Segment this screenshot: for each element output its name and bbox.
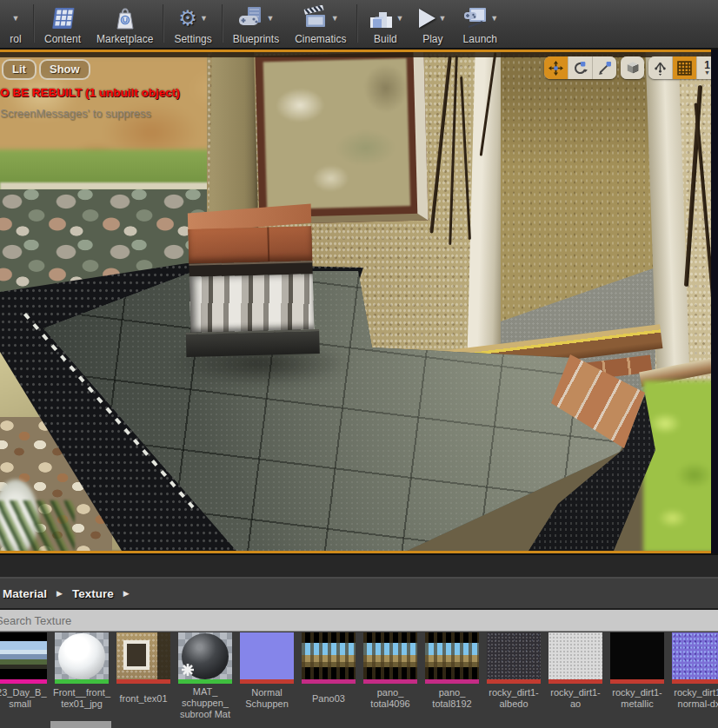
cinematics-clapperboard-icon [302, 5, 329, 31]
chevron-down-icon[interactable]: ▼ [438, 15, 446, 23]
cinematics-button[interactable]: ▼ Cinematics [287, 2, 354, 45]
asset-thumbnail [240, 632, 294, 684]
asset-type-bar [548, 679, 602, 684]
rotate-tool-icon [573, 61, 588, 76]
asset-tile-rocky-dirt1-metallic[interactable]: rocky_dirt1- metallic [608, 632, 666, 720]
move-tool-button[interactable] [544, 56, 568, 79]
asset-tile-pano-total4096[interactable]: pano_ total4096 [362, 632, 419, 720]
content-browser-icon [50, 5, 76, 31]
chevron-down-icon[interactable]: ▼ [396, 15, 404, 23]
viewport-toolbar: 1 ▼ [544, 56, 711, 79]
asset-name: pano_ total8192 [432, 686, 471, 711]
breadcrumb-item-material[interactable]: Material [3, 587, 47, 600]
horizontal-scrollbar-thumb[interactable] [50, 721, 111, 728]
gear-icon: ⚙ [178, 6, 197, 30]
play-button[interactable]: ▼ Play [411, 2, 454, 45]
launch-label: Launch [463, 33, 497, 45]
build-label: Build [374, 33, 397, 45]
asset-tile-rocky-dirt1-ao[interactable]: rocky_dirt1-ao [547, 632, 604, 720]
asset-tile-front-front-tex01[interactable]: Front__front_ tex01_jpg [53, 632, 110, 720]
toolbar-separator [33, 4, 35, 43]
asset-name: rocky_dirt1- normal-dx [674, 686, 718, 711]
search-bar [0, 610, 718, 632]
asset-type-bar [116, 679, 170, 684]
asset-tile-pano03[interactable]: Pano03 [300, 632, 357, 720]
asset-name: rocky_dirt1- albedo [489, 686, 538, 711]
scale-tool-button[interactable] [593, 56, 616, 79]
asset-thumbnail [487, 632, 541, 684]
search-input[interactable] [0, 610, 718, 631]
asset-grid: -23_Day_B_ small Front__front_ tex01_jpg… [0, 632, 718, 728]
asset-tile-rocky-dirt1-albedo[interactable]: rocky_dirt1- albedo [485, 632, 542, 720]
chevron-down-icon[interactable]: ▼ [331, 15, 339, 23]
asset-type-bar [672, 679, 718, 684]
scene-pedestal-base [186, 329, 320, 357]
material-sphere-preview [58, 633, 105, 679]
asset-thumbnail [425, 632, 479, 684]
source-control-label: rol [10, 33, 21, 45]
launch-button[interactable]: ▼ Launch [454, 2, 506, 45]
asset-tile-normal-schuppen[interactable]: Normal Schuppen [238, 632, 296, 720]
scene-window-glass [263, 58, 410, 209]
world-cube-icon [625, 60, 641, 76]
source-control-button[interactable]: ▼ rol [0, 2, 31, 45]
asset-thumbnail [672, 632, 718, 684]
surface-snap-icon [653, 61, 668, 76]
asset-name: Front__front_ tex01_jpg [53, 686, 110, 711]
asset-tile-mat-schuppen-subroof[interactable]: MAT_ schuppen_ subroof Mat [176, 632, 234, 720]
rotate-tool-button[interactable] [568, 56, 592, 79]
toolbar-separator [163, 4, 164, 43]
asset-type-bar [363, 679, 417, 684]
content-button[interactable]: Content [37, 2, 89, 45]
chevron-down-icon[interactable]: ▼ [266, 15, 274, 23]
snapping-group: 1 ▼ [648, 56, 711, 79]
lighting-rebuild-warning: O BE REBUILT (1 unbuilt object) [0, 86, 180, 99]
breadcrumb-item-texture[interactable]: Texture [72, 587, 114, 600]
settings-label: Settings [174, 33, 211, 45]
grid-snap-value-button[interactable]: 1 ▼ [697, 56, 711, 79]
scene-grass-corner [0, 500, 75, 551]
surface-snapping-button[interactable] [648, 56, 672, 79]
play-icon [419, 9, 435, 28]
asset-row: -23_Day_B_ small Front__front_ tex01_jpg… [0, 632, 718, 720]
breadcrumb-arrow-icon[interactable]: ▶ [57, 589, 63, 598]
lit-viewmode-button[interactable]: Lit [2, 59, 37, 80]
chevron-down-icon[interactable]: ▼ [200, 15, 208, 23]
cinematics-label: Cinematics [295, 33, 346, 45]
toolbar-separator [222, 4, 223, 43]
asset-name: MAT_ schuppen_ subroof Mat [180, 686, 230, 720]
asset-tile-rocky-dirt1-normal[interactable]: rocky_dirt1- normal-dx [670, 632, 718, 720]
blueprints-button[interactable]: ▼ Blueprints [225, 2, 287, 45]
asset-type-bar [487, 679, 541, 684]
asterisk-badge-icon [181, 663, 195, 677]
transform-tools-group [544, 56, 616, 79]
show-menu-button[interactable]: Show [39, 59, 90, 80]
asset-thumbnail [55, 632, 109, 684]
marketplace-bag-icon [112, 5, 138, 31]
settings-button[interactable]: ⚙ ▼ Settings [166, 2, 219, 45]
asset-tile-day-small[interactable]: -23_Day_B_ small [0, 632, 49, 720]
coordinate-system-button[interactable] [621, 56, 644, 79]
asset-thumbnail [302, 632, 356, 684]
asset-thumbnail [610, 632, 664, 684]
play-label: Play [422, 33, 442, 45]
panel-gap [0, 555, 718, 577]
asset-name: rocky_dirt1- metallic [612, 686, 661, 711]
asset-tile-front-tex01[interactable]: front_tex01 [115, 632, 172, 720]
breadcrumb-arrow-icon[interactable]: ▶ [123, 589, 130, 598]
scene-pedestal-body [189, 274, 315, 333]
chevron-down-icon[interactable]: ▼ [12, 15, 20, 23]
marketplace-button[interactable]: Marketplace [89, 2, 161, 45]
build-button[interactable]: ▼ Build [360, 2, 412, 45]
asset-name: -23_Day_B_ small [0, 686, 47, 711]
asset-name: front_tex01 [119, 686, 167, 711]
build-blocks-icon [368, 5, 394, 31]
grid-snapping-button[interactable] [673, 56, 696, 79]
launch-device-icon [462, 5, 488, 31]
grid-snap-icon [677, 61, 692, 76]
asset-thumbnail [548, 632, 602, 684]
screen-messages-hint: ScreenMessages' to suppress [0, 107, 151, 120]
asset-tile-pano-total8192[interactable]: pano_ total8192 [423, 632, 481, 720]
chevron-down-icon[interactable]: ▼ [490, 15, 498, 23]
viewport-3d-scene[interactable]: Lit Show O BE REBUILT (1 unbuilt object)… [0, 52, 711, 551]
